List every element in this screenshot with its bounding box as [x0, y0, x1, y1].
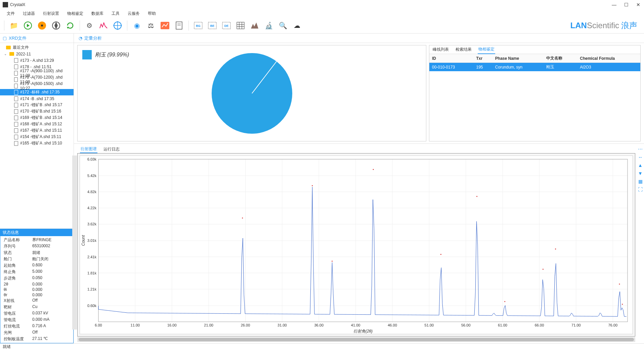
- chart-tabs: 衍射图谱运行日志: [77, 145, 635, 153]
- pie-chart: [210, 51, 294, 135]
- menu-item-1[interactable]: 过滤器: [19, 10, 38, 17]
- menu-item-6[interactable]: 云服务: [124, 10, 143, 17]
- menu-item-2[interactable]: 衍射设置: [40, 10, 62, 17]
- phase-tab-2[interactable]: 物相鉴定: [478, 45, 495, 54]
- trend-button[interactable]: [159, 19, 171, 32]
- table-header[interactable]: Chemical Formula: [577, 54, 640, 63]
- tree-folder-month[interactable]: ⌄2022-11: [0, 51, 74, 57]
- refresh-button[interactable]: [64, 19, 76, 32]
- peaks-button[interactable]: [249, 19, 261, 32]
- shutter-button[interactable]: [50, 19, 62, 32]
- run-button[interactable]: [22, 19, 34, 32]
- svg-point-80: [332, 261, 333, 262]
- svg-rect-10: [176, 22, 182, 29]
- analysis-button[interactable]: 🔬: [263, 19, 275, 32]
- file-icon: [14, 122, 18, 127]
- file-icon: [14, 71, 18, 76]
- tree-file-item[interactable]: #168 -锂矿A .shd 15:12: [0, 121, 74, 127]
- file-tree[interactable]: 最近文件⌄2022-11#173 - A.shd 13:29#178 - .sh…: [0, 43, 74, 228]
- svg-text:16.00: 16.00: [167, 323, 177, 327]
- phase-table[interactable]: IDTxrPhase Name中文名称Chemical Formula00-01…: [429, 54, 640, 141]
- de-button[interactable]: DE: [220, 19, 232, 32]
- status-panel-body: 产品名称界FRINGE序列号65310002状态就绪舱门舱门关闭起始角0.600…: [0, 236, 74, 343]
- svg-text:1.21k: 1.21k: [87, 287, 96, 291]
- window-minimize-button[interactable]: —: [611, 2, 617, 7]
- status-bar: 就绪: [0, 343, 644, 350]
- menu-item-4[interactable]: 数据库: [88, 10, 107, 17]
- analysis-icon: ◔: [79, 36, 82, 41]
- chart-vertical-scrollbar[interactable]: [72, 156, 77, 330]
- chart-tab-1[interactable]: 运行日志: [103, 146, 120, 153]
- phase-tab-1[interactable]: 检索结果: [455, 45, 472, 54]
- status-row: 靶材Cu: [0, 304, 73, 310]
- folder-icon: [6, 46, 11, 49]
- phase-tab-0[interactable]: 峰线列表: [432, 45, 449, 54]
- fingerprint-button[interactable]: ◉: [131, 19, 143, 32]
- svg-text:2.41k: 2.41k: [87, 255, 96, 259]
- tree-file-item[interactable]: #167 -锂矿A .shd 15:11: [0, 127, 74, 134]
- file-panel-title: XRD文件: [9, 35, 27, 41]
- status-row: 光闸Off: [0, 330, 73, 336]
- cloud-button[interactable]: ☁: [291, 19, 303, 32]
- folder-icon: [9, 52, 14, 56]
- brand-logo: LANScientific 浪声: [570, 20, 641, 31]
- svg-text:衍射角(2θ): 衍射角(2θ): [353, 329, 373, 334]
- tree-folder-recent[interactable]: 最近文件: [0, 44, 74, 51]
- file-icon: [14, 77, 18, 82]
- tree-file-item[interactable]: #170 -锂矿B.shd 15:16: [0, 108, 74, 115]
- svg-point-84: [504, 301, 505, 302]
- tool-grid-icon[interactable]: ▦: [638, 179, 643, 184]
- menu-item-5[interactable]: 工具: [108, 10, 123, 17]
- svg-text:4.22k: 4.22k: [87, 206, 96, 210]
- tree-file-item[interactable]: #165 -锂矿A .shd 15:10: [0, 140, 74, 146]
- menu-item-3[interactable]: 物相鉴定: [64, 10, 87, 17]
- grid-button[interactable]: [234, 19, 247, 32]
- spectrum-button[interactable]: [97, 19, 110, 32]
- balance-button[interactable]: ⚖: [145, 19, 157, 32]
- target-button[interactable]: [112, 19, 124, 32]
- chart-tab-0[interactable]: 衍射图谱: [80, 145, 97, 153]
- menu-item-0[interactable]: 文件: [3, 10, 18, 17]
- chart-horizontal-scrollbar[interactable]: [77, 337, 635, 342]
- be-button[interactable]: BE: [206, 19, 218, 32]
- tree-file-item[interactable]: #173 - A.shd 13:29: [0, 57, 74, 63]
- table-header[interactable]: ID: [429, 54, 473, 63]
- tree-file-item[interactable]: #174 -B .shd 17:35: [0, 95, 74, 102]
- file-icon: [14, 141, 18, 146]
- settings-button[interactable]: ⚙: [83, 19, 95, 32]
- tree-file-item[interactable]: #175 -A(600-1500) .shd 10:27: [0, 83, 74, 89]
- tool-down-icon[interactable]: ▼: [638, 171, 643, 176]
- tree-file-item[interactable]: #171 -锂矿B .shd 15:17: [0, 102, 74, 108]
- bg-button[interactable]: BG: [192, 19, 204, 32]
- menu-item-7[interactable]: 帮助: [144, 10, 159, 17]
- tree-file-item[interactable]: #169 -锂矿B .shd 15:14: [0, 115, 74, 121]
- tool-more-icon[interactable]: ⋯: [638, 146, 643, 152]
- svg-text:4.82k: 4.82k: [87, 190, 96, 194]
- pie-legend-swatch: [82, 50, 92, 59]
- svg-text:3.01k: 3.01k: [87, 238, 96, 243]
- tree-file-item[interactable]: #154 -锂矿A.shd 15:11: [0, 134, 74, 140]
- search-button[interactable]: 🔍: [277, 19, 289, 32]
- report-button[interactable]: [173, 19, 185, 32]
- window-close-button[interactable]: ✕: [635, 2, 641, 7]
- table-header[interactable]: 中文名称: [544, 54, 577, 63]
- pie-chart-panel: 刚玉 (99.99%): [77, 45, 426, 141]
- radiation-button[interactable]: [36, 19, 48, 32]
- svg-point-87: [619, 283, 620, 285]
- tool-expand-icon[interactable]: ⛶: [638, 187, 643, 192]
- svg-text:76.00: 76.00: [608, 323, 617, 327]
- table-row[interactable]: 00-010-0173195Corundum, syn刚玉Al2O3: [429, 63, 640, 72]
- file-panel-header: ▢ XRD文件: [0, 34, 74, 43]
- diffraction-chart[interactable]: 0.60k1.21k1.81k2.41k3.01k3.62k4.22k4.82k…: [80, 156, 633, 334]
- window-maximize-button[interactable]: ☐: [623, 2, 629, 7]
- svg-text:66.00: 66.00: [535, 323, 544, 327]
- table-header[interactable]: Phase Name: [492, 54, 544, 63]
- file-icon: [14, 128, 18, 133]
- status-row: 起始角0.600: [0, 262, 73, 269]
- open-folder-button[interactable]: 📁: [8, 19, 20, 32]
- tool-horiz-icon[interactable]: ↔: [638, 155, 643, 160]
- tool-up-icon[interactable]: ▲: [638, 163, 643, 168]
- table-header[interactable]: Txr: [473, 54, 492, 63]
- status-row: 控制板温度27.11 ℃: [0, 336, 73, 342]
- svg-rect-19: [237, 22, 244, 29]
